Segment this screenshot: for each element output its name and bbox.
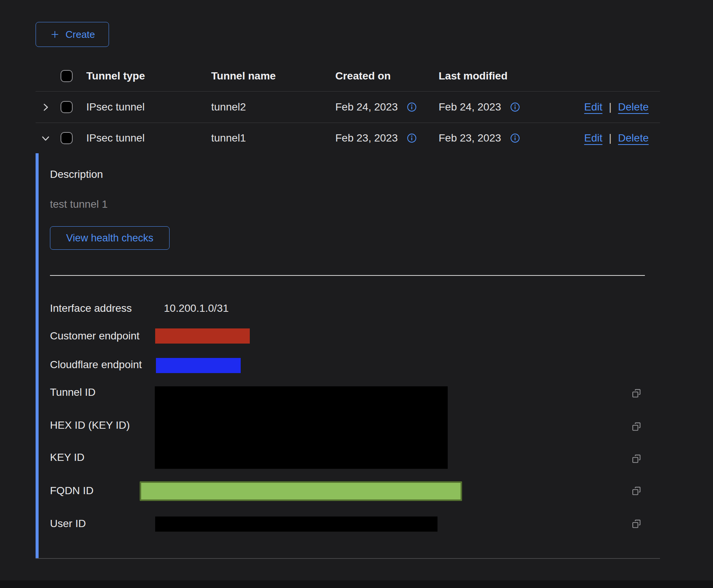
header-created-on: Created on — [335, 70, 439, 82]
copy-icon — [631, 486, 642, 496]
view-health-checks-label: View health checks — [66, 232, 154, 244]
create-button-label: Create — [65, 29, 95, 40]
info-icon — [407, 133, 417, 143]
info-icon — [407, 102, 417, 112]
copy-fqdn-id-button[interactable] — [631, 486, 642, 496]
copy-hex-id-button[interactable] — [631, 422, 642, 432]
create-button[interactable]: Create — [36, 22, 109, 47]
cell-last-modified: Feb 23, 2023 — [439, 132, 501, 144]
created-on-info-button[interactable] — [407, 133, 417, 143]
info-icon — [510, 133, 520, 143]
ipsec-tunnels-page: Create Tunnel type Tunnel name Created o… — [0, 0, 713, 588]
cell-created-on: Feb 23, 2023 — [335, 132, 398, 144]
delete-link[interactable]: Delete — [618, 101, 649, 113]
copy-icon — [631, 454, 642, 464]
cell-tunnel-type: IPsec tunnel — [86, 132, 211, 144]
created-on-info-button[interactable] — [407, 102, 417, 112]
copy-icon — [631, 388, 642, 399]
description-label: Description — [50, 168, 103, 180]
table-row: IPsec tunnel tunnel2 Feb 24, 2023 Feb 24… — [36, 92, 660, 123]
fqdn-id-redaction — [140, 481, 462, 501]
edit-link[interactable]: Edit — [584, 101, 602, 113]
action-separator: | — [609, 132, 612, 144]
description-value: test tunnel 1 — [50, 198, 108, 210]
table-header-row: Tunnel type Tunnel name Created on Last … — [36, 61, 660, 92]
interface-address-value: 10.200.1.0/31 — [164, 302, 229, 314]
copy-key-id-button[interactable] — [631, 454, 642, 464]
collapse-row-button[interactable] — [40, 133, 51, 144]
cell-tunnel-name: tunnel2 — [211, 101, 335, 113]
plus-icon — [50, 29, 60, 40]
cloudflare-endpoint-redaction — [156, 358, 241, 373]
table-row: IPsec tunnel tunnel1 Feb 23, 2023 Feb 23… — [36, 123, 660, 153]
tunnel-id-label: Tunnel ID — [50, 386, 95, 398]
tunnels-table: Tunnel type Tunnel name Created on Last … — [36, 61, 660, 559]
header-tunnel-type: Tunnel type — [86, 70, 211, 82]
delete-link[interactable]: Delete — [618, 132, 649, 144]
select-all-checkbox[interactable] — [61, 70, 73, 82]
last-modified-info-button[interactable] — [510, 133, 520, 143]
copy-tunnel-id-button[interactable] — [631, 388, 642, 399]
select-row-checkbox[interactable] — [61, 132, 73, 144]
customer-endpoint-redaction — [155, 328, 250, 344]
chevron-down-icon — [40, 133, 51, 144]
key-id-label: KEY ID — [50, 451, 84, 464]
view-health-checks-button[interactable]: View health checks — [50, 226, 170, 250]
chevron-right-icon — [40, 102, 51, 113]
cell-last-modified: Feb 24, 2023 — [439, 101, 501, 113]
action-separator: | — [609, 101, 612, 113]
expand-row-button[interactable] — [40, 102, 51, 113]
cloudflare-endpoint-label: Cloudflare endpoint — [50, 359, 142, 371]
customer-endpoint-label: Customer endpoint — [50, 330, 140, 342]
copy-icon — [631, 519, 642, 529]
user-id-redaction — [155, 516, 437, 532]
bottom-edge-strip — [0, 580, 713, 588]
ids-redaction-block — [155, 386, 448, 469]
cell-tunnel-type: IPsec tunnel — [86, 101, 211, 113]
tunnel-details-panel: Description test tunnel 1 View health ch… — [36, 153, 660, 559]
cell-tunnel-name: tunnel1 — [211, 132, 335, 144]
expanded-accent-bar — [36, 153, 39, 558]
fqdn-id-label: FQDN ID — [50, 485, 93, 497]
header-tunnel-name: Tunnel name — [211, 70, 335, 82]
header-last-modified: Last modified — [439, 70, 583, 82]
last-modified-info-button[interactable] — [510, 102, 520, 112]
copy-user-id-button[interactable] — [631, 519, 642, 529]
cell-created-on: Feb 24, 2023 — [335, 101, 398, 113]
edit-link[interactable]: Edit — [584, 132, 602, 144]
section-divider — [50, 275, 645, 276]
interface-address-label: Interface address — [50, 302, 132, 314]
hex-id-label: HEX ID (KEY ID) — [50, 419, 130, 431]
copy-icon — [631, 422, 642, 432]
select-row-checkbox[interactable] — [61, 101, 73, 113]
user-id-label: User ID — [50, 518, 86, 530]
info-icon — [510, 102, 520, 112]
